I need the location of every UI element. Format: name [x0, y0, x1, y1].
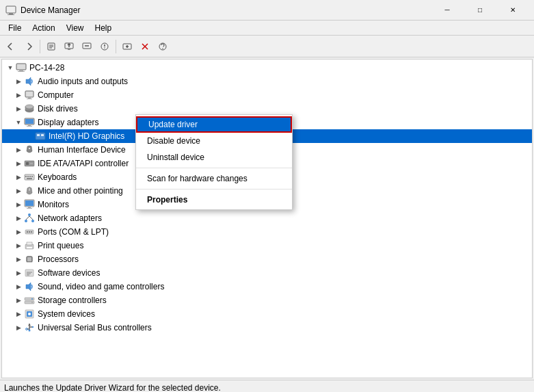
forward-button[interactable]	[21, 38, 37, 55]
expand-network[interactable]: ▶	[13, 213, 24, 224]
svg-rect-65	[27, 242, 32, 245]
tree-item-software[interactable]: ▶ Software devices	[2, 266, 532, 280]
remove-button[interactable]	[137, 38, 153, 55]
svg-rect-22	[16, 64, 26, 70]
expand-audio[interactable]: ▶	[13, 76, 24, 87]
disk-icon	[24, 103, 35, 114]
close-button[interactable]: ✕	[497, 0, 529, 21]
svg-rect-27	[28, 97, 31, 99]
context-menu-uninstall-device[interactable]: Uninstall device	[136, 149, 292, 166]
tree-item-audio[interactable]: ▶ Audio inputs and outputs	[2, 75, 532, 88]
tree-item-monitors-label: Monitors	[38, 200, 69, 209]
window-controls: ─ □ ✕	[431, 0, 529, 21]
svg-marker-25	[26, 77, 31, 86]
tree-item-computer[interactable]: ▶ Computer	[2, 88, 532, 102]
expand-ide[interactable]: ▶	[13, 158, 24, 169]
expand-processors[interactable]: ▶	[13, 254, 24, 265]
expand-keyboard[interactable]: ▶	[13, 172, 24, 183]
menu-action[interactable]: Action	[27, 22, 60, 34]
expand-monitors[interactable]: ▶	[13, 199, 24, 210]
svg-rect-37	[37, 134, 40, 136]
expand-usb[interactable]: ▶	[13, 322, 24, 333]
expand-display[interactable]: ▼	[13, 117, 24, 128]
maximize-button[interactable]: □	[464, 0, 496, 21]
add-device-button[interactable]	[119, 38, 135, 55]
back-button[interactable]	[3, 38, 19, 55]
app-icon	[5, 5, 16, 16]
disable-button[interactable]	[79, 38, 95, 55]
svg-rect-52	[25, 200, 34, 206]
expand-software[interactable]: ▶	[13, 267, 24, 278]
processor-icon	[24, 254, 35, 265]
expand-mice[interactable]: ▶	[13, 185, 24, 196]
tree-item-storage[interactable]: ▶ Storage controllers	[2, 293, 532, 307]
tree-item-print[interactable]: ▶ Print queues	[2, 239, 532, 252]
context-menu-scan-hardware[interactable]: Scan for hardware changes	[136, 170, 292, 187]
minimize-button[interactable]: ─	[431, 0, 463, 21]
svg-rect-28	[27, 99, 32, 99]
storage-icon	[24, 295, 35, 306]
menu-help[interactable]: Help	[90, 22, 118, 34]
tree-root[interactable]: ▼ PC-14-28	[2, 61, 532, 75]
svg-point-95	[29, 330, 31, 332]
add-legacy-button[interactable]	[155, 38, 171, 55]
tree-item-processors[interactable]: ▶ Processors	[2, 252, 532, 266]
tree-item-network[interactable]: ▶ Network adapters	[2, 211, 532, 225]
svg-rect-24	[18, 71, 25, 72]
scan-hardware-button[interactable]	[96, 38, 113, 55]
svg-rect-23	[19, 70, 23, 71]
context-menu-update-driver[interactable]: Update driver	[136, 116, 292, 133]
software-icon	[24, 267, 35, 278]
keyboard-icon	[24, 172, 35, 183]
menu-bar: File Action View Help	[0, 21, 534, 36]
system-icon	[24, 309, 35, 319]
properties-button[interactable]	[43, 38, 59, 55]
status-bar: Launches the Update Driver Wizard for th…	[0, 380, 534, 392]
expand-ports[interactable]: ▶	[13, 226, 24, 237]
audio-icon	[24, 76, 35, 87]
update-driver-button[interactable]	[61, 38, 77, 55]
svg-point-61	[27, 231, 28, 233]
tree-item-disk[interactable]: ▶ Disk drives	[2, 102, 532, 116]
context-menu-sep-1	[136, 168, 292, 168]
expand-print[interactable]: ▶	[13, 240, 24, 251]
svg-point-86	[31, 302, 33, 303]
menu-view[interactable]: View	[61, 22, 90, 34]
context-menu-disable-device[interactable]: Disable device	[136, 133, 292, 149]
tree-root-label: PC-14-28	[29, 63, 64, 73]
tree-view[interactable]: ▼ PC-14-28 ▶ Audio inputs and outputs	[2, 60, 532, 378]
expand-storage[interactable]: ▶	[13, 295, 24, 306]
hid-icon	[24, 144, 35, 155]
svg-rect-47	[31, 176, 33, 177]
tree-item-usb[interactable]: ▶ Universal Serial Bus controllers	[2, 321, 532, 335]
tree-item-keyboard-label: Keyboards	[38, 172, 77, 182]
svg-rect-48	[27, 178, 32, 179]
svg-rect-92	[32, 326, 34, 328]
expand-root[interactable]: ▼	[5, 62, 16, 73]
mice-icon	[24, 185, 35, 196]
tree-item-ports[interactable]: ▶ Ports (COM & LPT)	[2, 225, 532, 239]
svg-rect-33	[25, 119, 34, 124]
expand-intel-gpu	[24, 131, 35, 142]
expand-computer[interactable]: ▶	[13, 90, 24, 101]
expand-system[interactable]: ▶	[13, 309, 24, 319]
tree-item-system-label: System devices	[38, 309, 95, 319]
expand-disk[interactable]: ▶	[13, 103, 24, 114]
svg-rect-0	[6, 6, 16, 13]
menu-file[interactable]: File	[3, 22, 27, 34]
svg-rect-36	[36, 133, 45, 140]
expand-sound[interactable]: ▶	[13, 281, 24, 292]
tree-item-system[interactable]: ▶ System devices	[2, 307, 532, 321]
svg-point-63	[31, 231, 32, 233]
usb-icon	[24, 322, 35, 333]
tree-item-software-label: Software devices	[38, 268, 100, 278]
window-title: Device Manager	[21, 5, 431, 15]
expand-hid[interactable]: ▶	[13, 144, 24, 155]
tree-item-display-label: Display adapters	[38, 118, 98, 127]
tree-item-mice-label: Mice and other pointing	[38, 186, 123, 196]
context-menu: Update driver Disable device Uninstall d…	[135, 114, 293, 210]
svg-point-62	[29, 231, 30, 233]
tree-item-sound[interactable]: ▶ Sound, video and game controllers	[2, 280, 532, 293]
context-menu-properties[interactable]: Properties	[136, 192, 292, 208]
svg-rect-54	[27, 208, 32, 209]
